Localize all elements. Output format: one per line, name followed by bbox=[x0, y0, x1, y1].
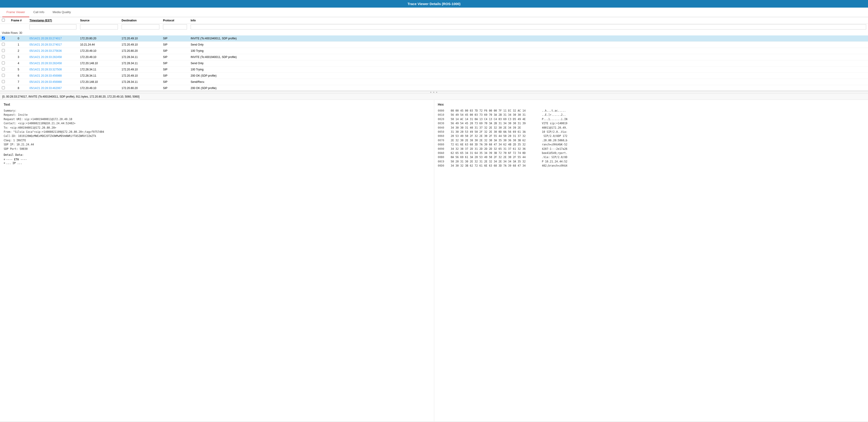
filter-row bbox=[0, 24, 868, 31]
hex-ascii: .Via: SIP/2.0/UD bbox=[542, 155, 567, 159]
hex-line: 008072 61 6E 63 68 3D 7A 39 68 47 34 62 … bbox=[438, 142, 865, 147]
tab-frame-viewer[interactable]: Frame Viewer bbox=[2, 8, 29, 17]
hex-ascii: ..k...t.ac..... bbox=[542, 108, 566, 113]
row-checkbox[interactable] bbox=[2, 86, 5, 89]
cell-source: 172.20.49.10 bbox=[78, 85, 120, 91]
cell-checkbox bbox=[0, 79, 9, 85]
cell-info: 100 Trying bbox=[189, 48, 868, 54]
tab-media-quality[interactable]: Media Quality bbox=[48, 8, 75, 17]
cell-timestamp: 05/14/21 20:28:33:275636 bbox=[28, 48, 78, 54]
cell-protocol: SIP bbox=[161, 48, 189, 54]
col-header-frame[interactable]: Frame # bbox=[9, 17, 28, 24]
hex-ascii: bee41d549;rport. bbox=[542, 151, 567, 155]
cell-destination: 172.20.49.10 bbox=[120, 66, 161, 73]
cell-timestamp: 05/14/21 20:28:33:274017 bbox=[28, 35, 78, 42]
row-checkbox[interactable] bbox=[2, 61, 5, 64]
tree-expand-icon[interactable]: ⊕ bbox=[4, 162, 5, 164]
cell-destination: 172.28.34.11 bbox=[120, 79, 161, 85]
cell-frame: 5 bbox=[9, 66, 28, 73]
col-header-source[interactable]: Source bbox=[78, 17, 120, 24]
table-row[interactable]: 1 05/14/21 20:28:33:274017 10.21.24.44 1… bbox=[0, 42, 868, 48]
cell-frame: 6 bbox=[9, 73, 28, 79]
cell-info: 200 OK (SDP profile) bbox=[189, 73, 868, 79]
hex-bytes: 56 49 54 45 20 73 69 70 3A 2B 31 34 30 3… bbox=[451, 121, 538, 125]
hex-offset: 0060 bbox=[438, 134, 447, 138]
cell-frame: 4 bbox=[9, 60, 28, 66]
hex-offset: 0020 bbox=[438, 117, 447, 121]
row-checkbox[interactable] bbox=[2, 74, 5, 77]
tree-expand-icon[interactable]: ⊕ bbox=[4, 158, 5, 161]
tree-item-label: ---- ETH ---- bbox=[6, 158, 27, 161]
content-area: Frame # Timestamp (EST) Source Destinati… bbox=[0, 17, 868, 421]
drag-handle[interactable]: • • • bbox=[0, 91, 868, 94]
cell-source: 10.21.24.44 bbox=[78, 42, 120, 48]
row-checkbox[interactable] bbox=[2, 37, 5, 40]
hex-line: 006020 53 49 50 2F 32 2E 30 2F 55 44 50 … bbox=[438, 134, 865, 138]
cell-protocol: SIP bbox=[161, 42, 189, 48]
table-row[interactable]: 7 05/14/21 20:28:33:456988 172.20.148.10… bbox=[0, 79, 868, 85]
hex-offset: 00B0 bbox=[438, 155, 447, 159]
destination-filter[interactable] bbox=[122, 24, 159, 29]
cell-checkbox bbox=[0, 60, 9, 66]
table-row[interactable]: 4 05/14/21 20:28:33:282458 172.20.148.10… bbox=[0, 60, 868, 66]
col-header-checkbox bbox=[0, 17, 9, 24]
cell-destination: 172.20.80.20 bbox=[120, 85, 161, 91]
col-header-info[interactable]: Info bbox=[189, 17, 868, 24]
text-content: Summary: Request: Invite Request URI: si… bbox=[4, 108, 430, 151]
select-all-checkbox[interactable] bbox=[2, 19, 5, 22]
cell-source: 172.20.80.20 bbox=[78, 35, 120, 42]
title-bar: Trace Viewer Details (ROS-1000) bbox=[0, 0, 868, 8]
hex-ascii: VITE sip:+140019 bbox=[542, 121, 567, 125]
cell-timestamp: 05/14/21 20:28:33:456988 bbox=[28, 79, 78, 85]
tab-call-info[interactable]: Call Info bbox=[29, 8, 49, 17]
table-row[interactable]: 2 05/14/21 20:28:33:275636 172.20.49.10 … bbox=[0, 48, 868, 54]
col-header-destination[interactable]: Destination bbox=[120, 17, 161, 24]
title-label: Trace Viewer Details (ROS-1000) bbox=[407, 2, 461, 6]
cell-protocol: SIP bbox=[161, 85, 189, 91]
cell-timestamp: 05/14/21 20:28:33:462067 bbox=[28, 85, 78, 91]
hex-panel: Hex 000008 00 45 00 03 7D 72 F6 00 00 7F… bbox=[434, 100, 868, 421]
hex-bytes: 72 61 6E 63 68 3D 7A 39 68 47 34 62 4B 2… bbox=[451, 142, 538, 147]
hex-bytes: 34 30 30 31 40 31 37 32 2E 32 30 2E 34 3… bbox=[451, 126, 538, 130]
hex-offset: 00D0 bbox=[438, 164, 447, 168]
table-row[interactable]: 5 05/14/21 20:28:33:327508 172.28.34.11 … bbox=[0, 66, 868, 73]
cell-frame: 7 bbox=[9, 79, 28, 85]
tree-item[interactable]: ⊕---- ETH ---- bbox=[4, 158, 430, 161]
cell-frame: 1 bbox=[9, 42, 28, 48]
hex-line: 00702E 32 30 2E 38 30 2E 32 30 3A 35 30 … bbox=[438, 138, 865, 142]
row-checkbox[interactable] bbox=[2, 55, 5, 58]
cell-protocol: SIP bbox=[161, 60, 189, 66]
table-row[interactable]: 8 05/14/21 20:28:33:462067 172.20.49.10 … bbox=[0, 85, 868, 91]
tree-items: ⊕---- ETH ----⊕... IP ... bbox=[4, 158, 430, 165]
hex-bytes: 62 65 65 34 31 64 35 34 39 3B 72 70 6F 7… bbox=[451, 151, 538, 155]
cell-destination: 172.28.34.11 bbox=[120, 60, 161, 66]
cell-source: 172.20.148.10 bbox=[78, 60, 120, 66]
hex-line: 000008 00 45 00 03 7D 72 F6 00 00 7F 11 … bbox=[438, 108, 865, 113]
table-row[interactable]: 6 05/14/21 20:28:33:456988 172.28.34.11 … bbox=[0, 73, 868, 79]
row-checkbox[interactable] bbox=[2, 68, 5, 71]
col-header-protocol[interactable]: Protocol bbox=[161, 17, 189, 24]
row-checkbox[interactable] bbox=[2, 80, 5, 83]
cell-timestamp: 05/14/21 20:28:33:456988 bbox=[28, 73, 78, 79]
cell-source: 172.28.34.11 bbox=[78, 66, 120, 73]
cell-checkbox bbox=[0, 73, 9, 79]
cell-timestamp: 05/14/21 20:28:33:274017 bbox=[28, 42, 78, 48]
protocol-filter[interactable] bbox=[163, 24, 187, 29]
cell-checkbox bbox=[0, 66, 9, 73]
cell-info: INVITE (To:4001940011, SDP profile) bbox=[189, 54, 868, 60]
cell-checkbox bbox=[0, 85, 9, 91]
cell-destination: 172.28.34.11 bbox=[120, 54, 161, 60]
row-checkbox[interactable] bbox=[2, 49, 5, 52]
tree-item[interactable]: ⊕... IP ... bbox=[4, 162, 430, 165]
cell-checkbox bbox=[0, 35, 9, 42]
detail-section: Text Summary: Request: Invite Request UR… bbox=[0, 100, 868, 421]
table-row[interactable]: 3 05/14/21 20:28:33:282458 172.20.49.10 … bbox=[0, 54, 868, 60]
source-filter[interactable] bbox=[80, 24, 118, 29]
row-checkbox[interactable] bbox=[2, 43, 5, 46]
info-filter[interactable] bbox=[191, 24, 866, 29]
timestamp-filter[interactable] bbox=[29, 24, 76, 29]
table-row[interactable]: 0 05/14/21 20:28:33:274017 172.20.80.20 … bbox=[0, 35, 868, 42]
hex-offset: 0050 bbox=[438, 130, 447, 134]
col-header-timestamp[interactable]: Timestamp (EST) bbox=[28, 17, 78, 24]
cell-source: 172.20.49.10 bbox=[78, 48, 120, 54]
